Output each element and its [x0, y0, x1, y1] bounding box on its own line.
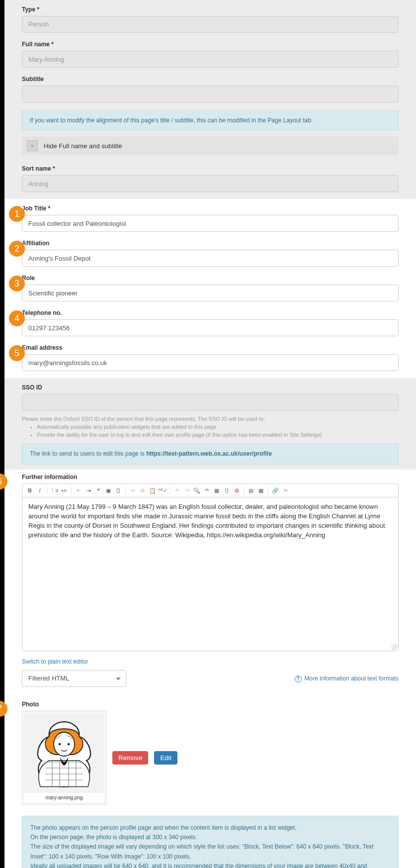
subtitle-input[interactable]: [22, 86, 399, 102]
rte-toolbar: B I ⋮≡ •≡ ⇤ ⇥ ❝ ▣ 🗋 ✂ ⧉ 📋 ᴬᴮ✓ ↶ ↷ 🔍: [22, 483, 399, 497]
spellcheck-icon[interactable]: ᴬᴮ✓: [158, 486, 167, 495]
unordered-list-icon[interactable]: •≡: [60, 486, 69, 495]
link-icon[interactable]: 🔗: [271, 486, 280, 495]
marker-2: 2: [9, 241, 25, 257]
label-type: Type *: [22, 6, 399, 13]
telephone-input[interactable]: [22, 319, 399, 336]
rte-textarea[interactable]: Mary Anning (21 May 1799 – 9 March 1847)…: [22, 497, 399, 651]
sso-id-input[interactable]: [22, 394, 399, 411]
sort-name-input[interactable]: [22, 175, 399, 192]
outdent-icon[interactable]: ⇤: [74, 486, 83, 495]
find-icon[interactable]: 🔍: [192, 486, 201, 495]
blockquote-icon[interactable]: ❝: [94, 486, 103, 495]
sso-help: Please enter the Oxford SSO ID of the pe…: [22, 416, 399, 438]
section-details: 1 Job Title * 2 Affiliation 3 Role 4 Tel…: [4, 199, 416, 378]
ordered-list-icon[interactable]: ⋮≡: [50, 486, 59, 495]
resize-grip-icon[interactable]: [391, 644, 397, 650]
source-icon[interactable]: ⟨⟩: [222, 486, 231, 495]
marker-7: 7: [0, 701, 7, 717]
role-input[interactable]: [22, 285, 399, 301]
label-job-title: Job Title *: [22, 205, 399, 212]
title-alignment-hint: If you want to modify the alignment of t…: [22, 110, 399, 130]
black-left-strip: [0, 0, 4, 868]
undo-icon[interactable]: ↶: [172, 486, 181, 495]
type-select[interactable]: Person: [22, 16, 399, 33]
label-affiliation: Affiliation: [22, 240, 399, 247]
marker-6: 6: [0, 474, 7, 489]
label-email: Email address: [22, 344, 399, 351]
svg-point-2: [68, 743, 70, 746]
label-full-name: Full name *: [22, 41, 399, 48]
email-input[interactable]: [22, 354, 399, 371]
section-photo: 7 Photo mary-annin: [4, 698, 416, 868]
table-icon[interactable]: ▦: [256, 486, 265, 495]
label-telephone: Telephone no.: [22, 309, 399, 316]
image-icon[interactable]: ▣: [104, 486, 113, 495]
job-title-input[interactable]: [22, 215, 399, 232]
label-photo: Photo: [22, 698, 399, 708]
affiliation-input[interactable]: [22, 250, 399, 267]
replace-icon[interactable]: ᵃᵇ: [202, 486, 211, 495]
redo-icon[interactable]: ↷: [182, 486, 191, 495]
marker-5: 5: [9, 345, 25, 361]
clear-format-icon[interactable]: ✿: [232, 486, 241, 495]
select-all-icon[interactable]: ▦: [212, 486, 221, 495]
profile-link-alert: The link to send to users to edit this p…: [22, 444, 399, 465]
svg-point-0: [54, 732, 75, 756]
label-further-info: Further information: [22, 474, 399, 481]
hide-checkbox-label: Hide Full name and subtitle: [44, 142, 122, 150]
indent-icon[interactable]: ⇥: [84, 486, 93, 495]
checkbox-icon: ✕: [27, 140, 38, 151]
section-basic: Type * Person Full name * Subtitle If yo…: [4, 0, 416, 199]
svg-point-1: [59, 743, 61, 746]
label-subtitle: Subtitle: [22, 76, 399, 83]
edit-button[interactable]: Edit: [154, 751, 177, 765]
switch-plain-text-link[interactable]: Switch to plain text editor: [22, 658, 88, 665]
portrait-illustration: [27, 716, 101, 790]
photo-help-box: The photo appears on the person profile …: [22, 816, 399, 868]
cut-icon[interactable]: ✂: [128, 486, 137, 495]
bold-icon[interactable]: B: [25, 486, 34, 495]
section-further-info: 6 Further information B I ⋮≡ •≡ ⇤ ⇥ ❝ ▣ …: [4, 470, 416, 698]
copy-icon[interactable]: ⧉: [138, 486, 147, 495]
unlink-icon[interactable]: ⚮: [281, 486, 290, 495]
photo-thumbnail: mary-anning.png: [22, 711, 106, 805]
photo-filename: mary-anning.png: [24, 793, 104, 802]
text-format-select[interactable]: Filtered HTML: [22, 670, 126, 687]
marker-4: 4: [9, 310, 25, 326]
label-sso-id: SSO ID: [22, 384, 399, 391]
file-icon[interactable]: 🗋: [114, 486, 123, 495]
marker-1: 1: [9, 206, 25, 222]
paste-icon[interactable]: 📋: [148, 486, 157, 495]
remove-button[interactable]: Remove: [112, 751, 148, 765]
question-circle-icon: ?: [295, 675, 302, 682]
label-sort-name: Sort name *: [22, 165, 399, 172]
label-role: Role: [22, 275, 399, 282]
marker-3: 3: [9, 276, 25, 291]
full-name-input[interactable]: [22, 51, 399, 68]
italic-icon[interactable]: I: [35, 486, 44, 495]
hide-name-subtitle-row[interactable]: ✕ Hide Full name and subtitle: [22, 136, 399, 155]
media-icon[interactable]: ▤: [247, 486, 255, 495]
more-formats-link[interactable]: ?More information about text formats: [295, 675, 399, 682]
section-sso: SSO ID Please enter the Oxford SSO ID of…: [4, 378, 416, 470]
